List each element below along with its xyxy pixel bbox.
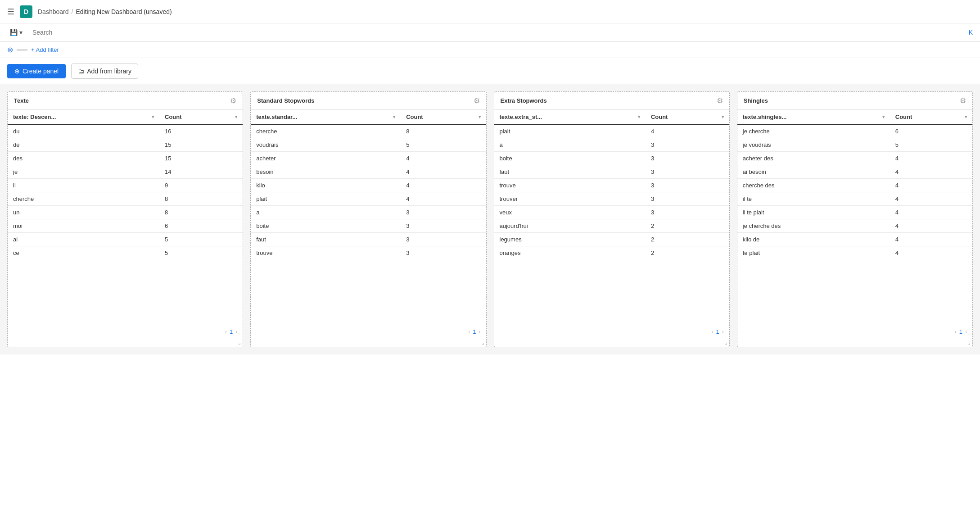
search-input[interactable] — [29, 27, 965, 38]
app-icon: D — [20, 5, 32, 18]
count-cell: 4 — [890, 246, 972, 260]
table-row: je14 — [8, 165, 243, 179]
resize-handle[interactable]: ⌟ — [251, 339, 486, 347]
term-cell: oranges — [494, 246, 646, 260]
table-row: du16 — [8, 124, 243, 138]
prev-page-button[interactable]: ‹ — [955, 329, 957, 335]
k-shortcut[interactable]: K — [969, 29, 973, 36]
breadcrumb: Dashboard / Editing New Dashboard (unsav… — [38, 8, 172, 15]
table-row: acheter4 — [251, 152, 486, 165]
gear-icon-texte[interactable]: ⚙ — [230, 96, 236, 105]
next-page-button[interactable]: › — [235, 329, 237, 335]
table-row: trouve3 — [251, 246, 486, 260]
filter-icon: ⊜ — [7, 45, 13, 54]
page-number[interactable]: 1 — [959, 328, 962, 335]
table-row: ai5 — [8, 233, 243, 246]
next-page-button[interactable]: › — [722, 329, 724, 335]
next-page-button[interactable]: › — [965, 329, 967, 335]
count-cell: 3 — [646, 206, 729, 219]
resize-handle[interactable]: ⌟ — [8, 339, 243, 347]
resize-handle[interactable]: ⌟ — [737, 339, 972, 347]
table-row: cherche8 — [251, 124, 486, 138]
count-cell: 2 — [646, 233, 729, 246]
action-row: ⊕ Create panel 🗂 Add from library — [0, 58, 980, 84]
prev-page-button[interactable]: ‹ — [712, 329, 714, 335]
table-row: voudrais5 — [251, 138, 486, 152]
table-row: des15 — [8, 152, 243, 165]
add-library-button[interactable]: 🗂 Add from library — [71, 64, 138, 79]
term-cell: moi — [8, 219, 159, 233]
table-row: aujourd'hui2 — [494, 219, 729, 233]
term-cell: je — [8, 165, 159, 179]
term-cell: trouve — [251, 246, 401, 260]
table-texte: texte: Descen...▾Count▾du16de15des15je14… — [8, 110, 243, 259]
term-cell: besoin — [251, 165, 401, 179]
sort-icon: ▾ — [882, 114, 885, 119]
table-standard_stopwords: texte.standar...▾Count▾cherche8voudrais5… — [251, 110, 486, 259]
col2-header-shingles[interactable]: Count▾ — [890, 110, 972, 124]
sort-icon: ▾ — [965, 114, 967, 119]
term-cell: je voudrais — [737, 138, 890, 152]
count-cell: 3 — [401, 233, 486, 246]
prev-page-button[interactable]: ‹ — [468, 329, 470, 335]
term-cell: faut — [494, 165, 646, 179]
create-panel-label: Create panel — [23, 68, 59, 75]
count-cell: 4 — [890, 152, 972, 165]
table-row: plait4 — [251, 192, 486, 206]
gear-icon-shingles[interactable]: ⚙ — [960, 96, 966, 105]
top-navigation: ☰ D Dashboard / Editing New Dashboard (u… — [0, 0, 980, 23]
term-cell: ai besoin — [737, 165, 890, 179]
gear-icon-extra_stopwords[interactable]: ⚙ — [717, 96, 723, 105]
save-button[interactable]: 💾 ▾ — [7, 27, 25, 38]
table-row: je voudrais5 — [737, 138, 972, 152]
table-row: oranges2 — [494, 246, 729, 260]
add-filter-button[interactable]: + Add filter — [31, 46, 59, 53]
col1-header-shingles[interactable]: texte.shingles...▾ — [737, 110, 890, 124]
table-row: a3 — [494, 138, 729, 152]
count-cell: 4 — [890, 206, 972, 219]
term-cell: a — [251, 206, 401, 219]
panel-shingles: Shingles⚙texte.shingles...▾Count▾je cher… — [737, 91, 973, 347]
gear-icon-standard_stopwords[interactable]: ⚙ — [474, 96, 480, 105]
col1-header-standard_stopwords[interactable]: texte.standar...▾ — [251, 110, 401, 124]
term-cell: voudrais — [251, 138, 401, 152]
term-cell: des — [8, 152, 159, 165]
col1-header-extra_stopwords[interactable]: texte.extra_st...▾ — [494, 110, 646, 124]
next-page-button[interactable]: › — [479, 329, 481, 335]
count-cell: 14 — [159, 165, 243, 179]
count-cell: 9 — [159, 179, 243, 192]
table-row: te plait4 — [737, 246, 972, 260]
sort-icon: ▾ — [393, 114, 395, 119]
count-cell: 5 — [890, 138, 972, 152]
col2-header-texte[interactable]: Count▾ — [159, 110, 243, 124]
count-cell: 6 — [890, 124, 972, 138]
panels-container: Texte⚙texte: Descen...▾Count▾du16de15des… — [0, 84, 980, 354]
count-cell: 4 — [890, 219, 972, 233]
count-cell: 8 — [159, 192, 243, 206]
table-row: faut3 — [251, 233, 486, 246]
term-cell: un — [8, 206, 159, 219]
col2-header-standard_stopwords[interactable]: Count▾ — [401, 110, 486, 124]
pagination-texte: ‹ 1 › — [8, 325, 243, 339]
term-cell: ce — [8, 246, 159, 260]
table-row: je cherche des4 — [737, 219, 972, 233]
page-number[interactable]: 1 — [473, 328, 476, 335]
create-panel-button[interactable]: ⊕ Create panel — [7, 64, 66, 78]
table-row: trouver3 — [494, 192, 729, 206]
count-cell: 6 — [159, 219, 243, 233]
sort-icon: ▾ — [638, 114, 640, 119]
term-cell: cherche des — [737, 179, 890, 192]
col1-header-texte[interactable]: texte: Descen...▾ — [8, 110, 159, 124]
hamburger-menu[interactable]: ☰ — [7, 7, 14, 17]
col2-header-extra_stopwords[interactable]: Count▾ — [646, 110, 729, 124]
sort-icon: ▾ — [235, 114, 237, 119]
page-number[interactable]: 1 — [716, 328, 719, 335]
resize-handle[interactable]: ⌟ — [494, 339, 729, 347]
term-cell: plait — [251, 192, 401, 206]
save-dropdown-icon: ▾ — [19, 29, 23, 36]
page-number[interactable]: 1 — [230, 328, 233, 335]
prev-page-button[interactable]: ‹ — [225, 329, 227, 335]
table-row: trouve3 — [494, 179, 729, 192]
breadcrumb-home[interactable]: Dashboard — [38, 8, 69, 15]
filter-line — [17, 50, 27, 50]
